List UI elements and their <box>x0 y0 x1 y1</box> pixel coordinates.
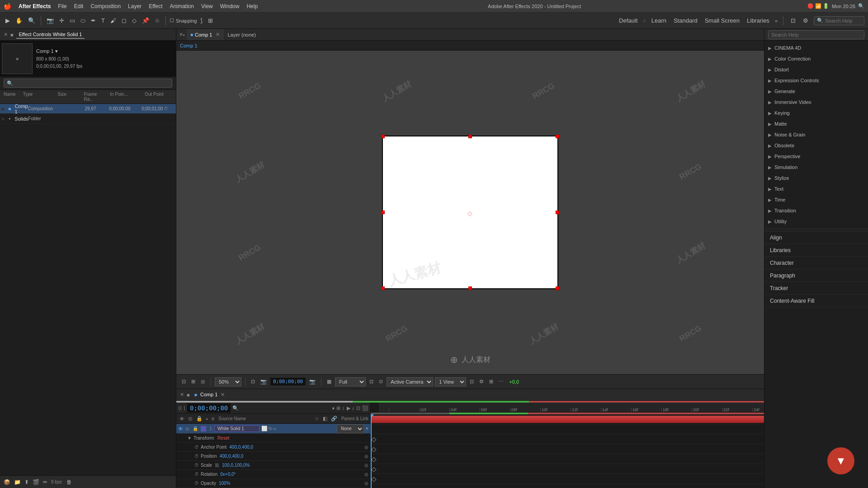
app-name[interactable]: After Effects <box>15 0 54 12</box>
anchor-keyframe[interactable]: ◎ <box>364 445 368 450</box>
prop-scale[interactable]: ⏱ Scale ⛓ 100,0,100,0% ◎ <box>176 461 370 470</box>
panel-character[interactable]: Character <box>764 257 868 269</box>
opacity-keyframe[interactable]: ◎ <box>364 481 368 486</box>
panel-align[interactable]: Align <box>764 231 868 244</box>
layer-solo-1[interactable]: ◎ <box>185 426 193 431</box>
camera-select[interactable]: Active Camera <box>387 377 433 386</box>
tc-step-back[interactable]: ⟨ <box>184 405 185 411</box>
snapshot-btn[interactable]: 📷 <box>259 378 269 385</box>
viewer-reset-btn[interactable]: ⊡ <box>180 378 188 385</box>
new-comp-btn[interactable]: 📦 <box>3 478 11 486</box>
view-select[interactable]: 1 View 2 Views 4 Views <box>435 377 466 386</box>
layer-col-num[interactable]: # <box>210 416 216 422</box>
timecode-camera-btn[interactable]: 📷 <box>307 378 317 385</box>
comp-info-name[interactable]: Comp 1 ▾ <box>36 47 82 56</box>
handle-br[interactable] <box>556 286 559 290</box>
comp-breadcrumb-label[interactable]: Comp 1 <box>180 43 198 48</box>
effect-stylize[interactable]: ▶ Stylize <box>764 173 868 183</box>
effect-simulation[interactable]: ▶ Simulation <box>764 162 868 173</box>
timecode-display[interactable]: 0;00;00;00 <box>270 378 306 385</box>
layer-lock-1[interactable]: 🔒 <box>193 426 200 431</box>
search-menu-icon[interactable]: 🔍 <box>858 3 864 9</box>
panel-libraries[interactable]: Libraries <box>764 244 868 257</box>
handle-tm[interactable] <box>468 135 472 138</box>
timeline-tab-comp1[interactable]: ■ Comp 1 ✕ <box>194 392 225 398</box>
render-btn[interactable]: ⊙ <box>377 378 385 385</box>
mask-rect-tool[interactable]: ▭ <box>68 16 77 25</box>
render-btn[interactable]: 🎬 <box>32 478 40 486</box>
apple-menu-icon[interactable]: 🍎 <box>4 3 11 10</box>
viewer-overlay-btn[interactable]: ◎ <box>199 378 207 385</box>
col-name-header[interactable]: Name <box>0 91 19 103</box>
position-value[interactable]: 400,0,400,0 <box>220 454 244 459</box>
quality-info-btn[interactable]: ⊡ <box>368 378 375 385</box>
handle-tr[interactable] <box>556 135 559 138</box>
tc-preview[interactable]: ▶ <box>347 405 350 411</box>
effect-perspective[interactable]: ▶ Perspective <box>764 151 868 162</box>
import-btn[interactable]: ⬆ <box>24 478 30 486</box>
file-row-comp1[interactable]: ▶ ■ Comp 1 Composition 29,97 0;00;00;00 … <box>0 104 176 114</box>
playhead[interactable] <box>371 414 372 488</box>
workspace-standard[interactable]: Standard <box>672 16 699 25</box>
handle-tl[interactable] <box>381 135 385 138</box>
snapping-toggle[interactable]: ☐ Snapping <box>170 18 197 23</box>
effect-matte[interactable]: ▶ Matte <box>764 118 868 129</box>
effect-keying[interactable]: ▶ Keying <box>764 108 868 118</box>
mask-ellipse-tool[interactable]: ⬭ <box>79 16 87 25</box>
layer-col-solo[interactable]: ◎ <box>187 415 194 422</box>
layer-col-visibility[interactable]: 👁 <box>178 416 186 422</box>
rotation-keyframe[interactable]: ◎ <box>364 472 368 477</box>
menu-file[interactable]: File <box>54 0 70 12</box>
move-tool[interactable]: ✛ <box>57 16 66 25</box>
effect-utility[interactable]: ▶ Utility <box>764 216 868 227</box>
panel-content-aware-fill[interactable]: Content-Aware Fill <box>764 295 868 307</box>
zoom-select[interactable]: 50% 25% 100% <box>215 377 241 386</box>
workspace-default[interactable]: Default <box>617 16 639 25</box>
effect-expression-controls[interactable]: ▶ Expression Controls <box>764 75 868 86</box>
layer-row-1[interactable]: 👁 ◎ 🔒 1 White Solid 1 ⬜ fx ∞ None <box>176 424 370 434</box>
prop-rotation[interactable]: ⏱ Rotation 0x+0,0° ◎ <box>176 470 370 479</box>
sync-settings[interactable]: ⚙ <box>801 16 810 25</box>
zoom-tool[interactable]: 🔍 <box>26 16 37 25</box>
layer-col-label[interactable]: ▪ <box>205 416 209 422</box>
search-timecode[interactable]: 🔍 <box>232 405 239 411</box>
effect-cinema4d[interactable]: ▶ CINEMA 4D <box>764 42 868 53</box>
delete-btn[interactable]: 🗑 <box>66 478 73 486</box>
effect-noise-grain[interactable]: ▶ Noise & Grain <box>764 129 868 140</box>
search-help-input[interactable] <box>825 18 861 23</box>
layer-fx-icon[interactable]: fx <box>269 426 272 431</box>
panel-close-btn[interactable]: ✕ <box>4 32 8 38</box>
file-row-solids[interactable]: ▶ ▪ Solids Folder <box>0 114 176 124</box>
view-3d-btn[interactable]: ⊞ <box>487 378 495 385</box>
view-layout-btn[interactable]: ⊡ <box>468 378 476 385</box>
layer-col-lock[interactable]: 🔒 <box>195 415 204 422</box>
select-tool[interactable]: ▶ <box>4 16 12 25</box>
stopwatch-anchor[interactable]: ⏱ <box>194 445 199 450</box>
tc-add-marker[interactable]: ⬛ <box>362 405 368 411</box>
view-options-btn[interactable]: ⚙ <box>477 378 486 385</box>
effect-color-correction[interactable]: ▶ Color Correction <box>764 53 868 64</box>
comp-tab-comp1[interactable]: ■ Comp 1 ✕ <box>187 29 224 40</box>
col-fr-header[interactable]: Frame Ra... <box>80 91 106 103</box>
layer-name-1[interactable]: White Solid 1 <box>214 425 259 432</box>
layer-col-blend[interactable]: ◧ <box>321 415 329 422</box>
puppet-pin-tool[interactable]: 📌 <box>140 16 151 25</box>
eraser-tool[interactable]: ◻ <box>120 16 128 25</box>
brush-tool[interactable]: 🖌 <box>108 16 118 25</box>
snapping-btn-1[interactable]: ⟆ <box>198 16 204 25</box>
transform-reset[interactable]: Reset <box>217 436 229 441</box>
new-folder-btn[interactable]: 📁 <box>13 478 22 486</box>
scale-link-icon[interactable]: ⛓ <box>215 463 219 468</box>
effect-distort[interactable]: ▶ Distort <box>764 64 868 75</box>
layer-motion-blur[interactable]: ∞ <box>273 426 276 431</box>
tc-expand[interactable]: ↕ <box>342 405 345 411</box>
col-in-header[interactable]: In Poin... <box>106 91 141 103</box>
layer-col-switches[interactable]: ☆ <box>313 415 321 422</box>
text-tool[interactable]: T <box>99 16 107 25</box>
anchor-point-value[interactable]: 400,0,400,0 <box>229 445 253 450</box>
menu-edit[interactable]: Edit <box>71 0 87 12</box>
tc-back-btn[interactable]: ⟨⟨ <box>178 405 182 411</box>
tc-work-area[interactable]: ⊞ <box>336 405 340 411</box>
scale-value[interactable]: 100,0,100,0% <box>222 463 250 468</box>
rotation-value[interactable]: 0x+0,0° <box>220 472 236 477</box>
